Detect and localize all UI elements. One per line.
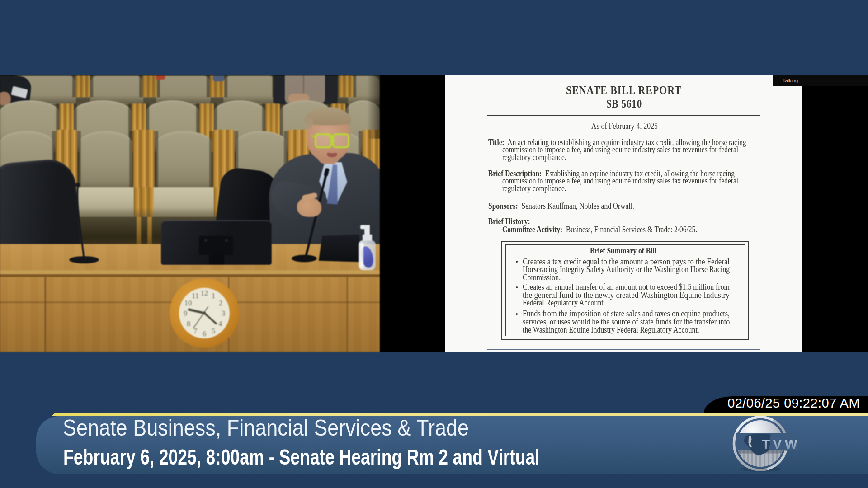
svg-text:11: 11 [192,291,199,300]
svg-text:9: 9 [184,309,187,318]
svg-text:TVW: TVW [762,436,800,451]
svg-text:3: 3 [222,309,225,318]
svg-text:2: 2 [219,299,222,307]
svg-text:8: 8 [187,319,190,328]
svg-text:6: 6 [203,329,206,338]
svg-text:5: 5 [212,327,215,335]
svg-text:12: 12 [201,289,208,297]
svg-text:4: 4 [218,319,222,328]
svg-text:10: 10 [184,299,192,307]
svg-text:1: 1 [212,291,215,300]
